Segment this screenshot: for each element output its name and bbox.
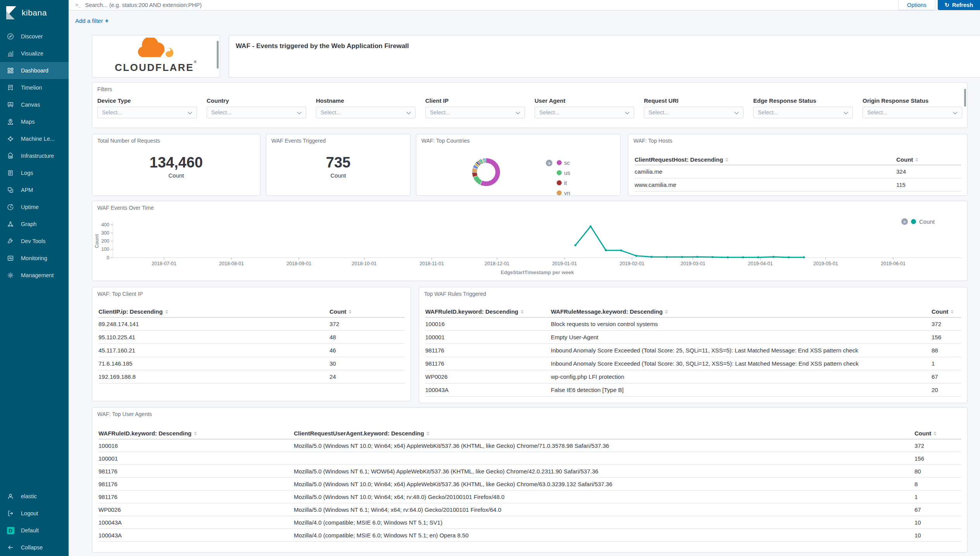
kibana-logo[interactable]: kibana: [0, 0, 69, 25]
table-cell: 981176: [425, 347, 551, 354]
legend-item-sc[interactable]: sc: [557, 157, 570, 167]
filter-select[interactable]: Select...: [97, 107, 197, 118]
sidebar-item-canvas[interactable]: Canvas: [0, 96, 69, 113]
filter-select[interactable]: Select...: [753, 107, 853, 118]
filter-label: Hostname: [316, 97, 416, 104]
legend-item-us[interactable]: us: [557, 167, 570, 178]
table-row: 71.6.146.18530: [98, 357, 404, 370]
column-header[interactable]: WAFRuleMessage.keyword: Descending: [551, 308, 932, 315]
sidebar-item-discover[interactable]: Discover: [0, 28, 69, 45]
filter-field-device-type: Device TypeSelect...: [97, 97, 197, 118]
sidebar-item-logout[interactable]: Logout: [0, 505, 69, 522]
search-bar: >_: [69, 0, 898, 10]
sort-icon[interactable]: [665, 310, 668, 314]
legend-dot: [557, 190, 562, 195]
sort-icon[interactable]: [194, 432, 197, 435]
filter-select[interactable]: Select...: [863, 107, 962, 118]
column-header[interactable]: Count: [914, 430, 961, 437]
chevron-down-icon: [297, 110, 301, 114]
sidebar-item-dashboard[interactable]: Dashboard: [0, 62, 69, 79]
table-cell: Inbound Anomaly Score Exceeded (Total Sc…: [551, 360, 932, 367]
filter-field-request-uri: Request URISelect...: [644, 97, 744, 118]
filter-label: Request URI: [644, 97, 744, 104]
sidebar-item-dev-tools[interactable]: Dev Tools: [0, 233, 69, 250]
events-over-time-panel: WAF Events Over Time 01002003004002018-0…: [92, 201, 968, 281]
table-cell: 372: [330, 321, 404, 327]
table-cell: Empty User-Agent: [551, 334, 932, 340]
filter-select[interactable]: Select...: [207, 107, 306, 118]
table-cell: 981176: [425, 360, 551, 367]
select-placeholder: Select...: [758, 109, 778, 116]
table-row: 100001156: [98, 452, 961, 465]
legend-collapse-icon[interactable]: >: [546, 160, 552, 166]
legend-collapse-icon[interactable]: >: [901, 218, 908, 225]
table-cell: Block requests to version control system…: [551, 321, 932, 327]
column-header[interactable]: WAFRuleID.keyword: Descending: [98, 430, 294, 437]
options-button[interactable]: Options: [898, 0, 935, 10]
table-cell: 48: [330, 334, 404, 340]
sidebar-item-label: Canvas: [21, 102, 40, 108]
sort-icon[interactable]: [933, 432, 937, 435]
legend-label[interactable]: Count: [919, 218, 935, 225]
metric-total-requests-panel: Total Number of Requests 134,460 Count: [92, 134, 261, 196]
column-header[interactable]: ClientRequestHost: Descending: [635, 156, 896, 163]
column-header[interactable]: Count: [932, 308, 961, 315]
sidebar-item-default[interactable]: DDefault: [0, 522, 69, 539]
sidebar-item-machine-le[interactable]: Machine Le...: [0, 130, 69, 147]
sort-icon[interactable]: [165, 310, 168, 314]
table-cell: Mozilla/5.0 (Windows NT 10.0; Win64; x64…: [294, 442, 914, 449]
chevron-down-icon: [625, 110, 629, 114]
refresh-button[interactable]: ↻ Refresh: [938, 0, 980, 10]
sort-icon[interactable]: [725, 158, 728, 162]
top-waf-rules-panel: Top WAF Rules Triggered WAFRuleID.keywor…: [419, 287, 968, 403]
table-cell: 24: [330, 373, 404, 380]
countries-donut-chart[interactable]: [472, 158, 500, 186]
sidebar-item-maps[interactable]: Maps: [0, 113, 69, 130]
sort-icon[interactable]: [426, 432, 430, 435]
table-cell: 67: [932, 373, 961, 380]
kibana-dashboard-page: kibana DiscoverVisualizeDashboardTimelio…: [0, 0, 980, 556]
filter-label: Origin Response Status: [863, 97, 962, 104]
panel-scrollbar[interactable]: [964, 89, 966, 107]
top-client-ip-panel: WAF: Top Client IP ClientIP.ip: Descendi…: [92, 287, 411, 401]
sidebar-item-collapse[interactable]: Collapse: [0, 539, 69, 556]
legend-dot: [557, 160, 562, 165]
chevron-down-icon: [188, 110, 192, 114]
table-cell: 981176: [98, 494, 294, 500]
sort-icon[interactable]: [349, 310, 352, 314]
sidebar-item-logs[interactable]: Logs: [0, 164, 69, 181]
filter-select[interactable]: Select...: [644, 107, 744, 118]
column-header[interactable]: Count: [896, 156, 961, 163]
filter-select[interactable]: Select...: [535, 107, 634, 118]
legend-item-it[interactable]: it: [557, 178, 570, 188]
column-header[interactable]: ClientRequestUserAgent.keyword: Descendi…: [294, 430, 914, 437]
sidebar-item-uptime[interactable]: Uptime: [0, 199, 69, 216]
plus-icon: +: [105, 17, 109, 24]
search-input[interactable]: [85, 2, 898, 9]
sidebar-item-apm[interactable]: APM: [0, 181, 69, 199]
filter-select[interactable]: Select...: [316, 107, 416, 118]
table-cell: 100043A: [98, 519, 294, 526]
svg-text:2018-08-01: 2018-08-01: [219, 261, 244, 266]
sidebar-item-monitoring[interactable]: Monitoring: [0, 250, 69, 267]
sidebar-item-management[interactable]: Management: [0, 267, 69, 284]
column-header[interactable]: ClientIP.ip: Descending: [98, 308, 330, 315]
sidebar-item-graph[interactable]: Graph: [0, 216, 69, 233]
panel-scrollbar[interactable]: [217, 41, 219, 69]
table-cell: Mozilla/5.0 (Windows NT 10.0; Win64; x64…: [294, 494, 914, 500]
table-cell: 20: [932, 387, 961, 393]
sidebar-item-infrastructure[interactable]: Infrastructure: [0, 147, 69, 164]
dashboard-icon: [7, 67, 14, 74]
legend-item-vn[interactable]: vn: [557, 188, 570, 196]
sort-icon[interactable]: [915, 158, 918, 162]
sort-icon[interactable]: [951, 310, 954, 314]
column-header[interactable]: WAFRuleID.keyword: Descending: [425, 308, 551, 315]
sort-icon[interactable]: [521, 310, 524, 314]
sidebar-item-visualize[interactable]: Visualize: [0, 45, 69, 62]
column-header[interactable]: Count: [330, 308, 404, 315]
table-cell: Mozilla/5.0 (Windows NT 10.0; Win64; x64…: [294, 481, 914, 487]
sidebar-item-elastic[interactable]: elastic: [0, 488, 69, 505]
filter-select[interactable]: Select...: [425, 107, 525, 118]
add-filter-link[interactable]: Add a filter+: [75, 17, 109, 24]
sidebar-item-timelion[interactable]: Timelion: [0, 79, 69, 96]
